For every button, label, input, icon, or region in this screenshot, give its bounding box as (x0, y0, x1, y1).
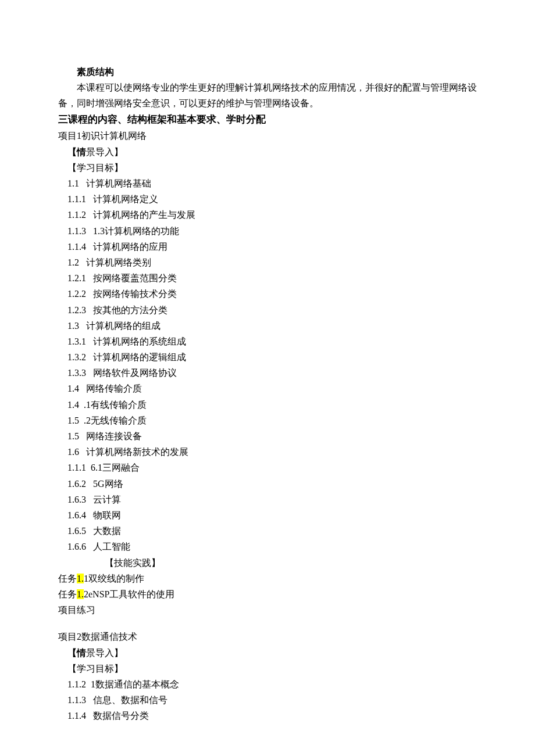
outline-item: 1.6.2 5G网络 (58, 476, 477, 492)
outline-item: 1.6.4 物联网 (58, 507, 477, 523)
outline-item: 1.4 网络传输介质 (58, 381, 477, 396)
scene-marker: 【情景导入】 (58, 144, 477, 160)
task-post: 1双绞线的制作 (84, 574, 144, 583)
outline-item: 1.1 计算机网络基础 (58, 175, 477, 191)
scene-open: 【情 (67, 147, 86, 157)
task-pre: 任务 (58, 574, 77, 583)
outline-item: 1.6.6 人工智能 (58, 539, 477, 554)
outline-item: 1.5 .2无线传输介质 (58, 413, 477, 428)
outline-item: 1.1.3 信息、数据和信号 (58, 692, 477, 708)
outline-item: 1.2.2 按网络传输技术分类 (58, 286, 477, 302)
quality-heading: 素质结构 (58, 64, 477, 80)
scene-marker: 【情景导入】 (58, 645, 477, 661)
outline-item: 1.3.2 计算机网络的逻辑组成 (58, 349, 477, 365)
scene-rest: 景导入】 (86, 147, 123, 157)
project-2-title: 项目2数据通信技术 (58, 629, 477, 644)
outline-item: 1.5 网络连接设备 (58, 428, 477, 444)
skill-marker: 【技能实践】 (58, 555, 477, 571)
scene-rest: 景导入】 (86, 648, 123, 658)
task-2: 任务1.2eNSP工具软件的使用 (58, 586, 477, 602)
outline-item: 1.3 计算机网络的组成 (58, 318, 477, 334)
outline-item: 1.6 计算机网络新技术的发展 (58, 444, 477, 460)
project-practice: 项目练习 (58, 602, 477, 618)
task-post: 2eNSP工具软件的使用 (84, 589, 174, 599)
outline-item: 1.1.1 6.1三网融合 (58, 460, 477, 475)
outline-item: 1.1.2 1数据通信的基本概念 (58, 676, 477, 692)
outline-item: 1.1.4 计算机网络的应用 (58, 239, 477, 255)
outline-item: 1.6.5 大数据 (58, 523, 477, 539)
task-pre: 任务 (58, 589, 77, 599)
task-1: 任务1.1双绞线的制作 (58, 571, 477, 586)
outline-item: 1.2.1 按网络覆盖范围分类 (58, 270, 477, 286)
task-highlight: 1. (77, 589, 84, 599)
outline-item: 1.3.1 计算机网络的系统组成 (58, 334, 477, 349)
scene-open: 【情 (67, 648, 86, 658)
outline-item: 1.1.2 计算机网络的产生与发展 (58, 207, 477, 223)
outline-item: 1.6.3 云计算 (58, 492, 477, 507)
outline-item: 1.4 .1有线传输介质 (58, 397, 477, 413)
outline-item: 1.3.3 网络软件及网络协议 (58, 365, 477, 381)
outline-item: 1.2.3 按其他的方法分类 (58, 302, 477, 318)
project-1-title: 项目1初识计算机网络 (58, 128, 477, 144)
section-3-title: 三课程的内容、结构框架和基本要求、学时分配 (58, 112, 477, 128)
outline-item: 1.1.3 1.3计算机网络的功能 (58, 223, 477, 239)
task-highlight: 1. (77, 574, 84, 583)
outline-item: 1.1.4 数据信号分类 (58, 708, 477, 723)
goal-marker: 【学习目标】 (58, 160, 477, 175)
goal-marker: 【学习目标】 (58, 661, 477, 676)
outline-item: 1.2 计算机网络类别 (58, 255, 477, 270)
outline-item: 1.1.1 计算机网络定义 (58, 191, 477, 207)
quality-paragraph: 本课程可以使网络专业的学生更好的理解计算机网络技术的应用情况，并很好的配置与管理… (58, 80, 477, 111)
